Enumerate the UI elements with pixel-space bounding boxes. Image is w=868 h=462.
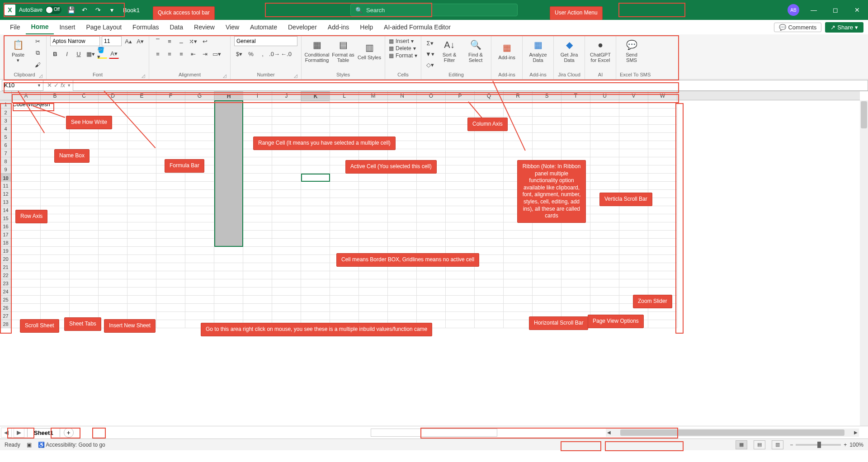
row-header[interactable]: 25	[0, 296, 11, 304]
cell[interactable]	[475, 279, 504, 288]
cell[interactable]	[533, 141, 561, 149]
cell[interactable]	[619, 133, 648, 141]
cell[interactable]	[561, 133, 590, 141]
align-bottom-icon[interactable]: ⎽	[176, 36, 186, 46]
column-header[interactable]: D	[99, 91, 127, 100]
cell[interactable]	[475, 239, 504, 247]
cell[interactable]	[301, 296, 330, 304]
column-header[interactable]: P	[446, 91, 475, 100]
cell[interactable]	[99, 288, 127, 296]
cell[interactable]	[590, 149, 619, 157]
cell[interactable]	[359, 296, 388, 304]
cell[interactable]	[301, 125, 330, 133]
cell[interactable]	[446, 149, 475, 157]
cell[interactable]	[41, 288, 70, 296]
cell[interactable]	[41, 271, 70, 279]
tab-review[interactable]: Review	[189, 20, 220, 34]
cell[interactable]	[99, 271, 127, 279]
cell[interactable]	[301, 149, 330, 157]
cell[interactable]	[127, 288, 156, 296]
column-header[interactable]: S	[533, 91, 561, 100]
cell[interactable]	[590, 133, 619, 141]
cell[interactable]	[388, 206, 417, 214]
column-header[interactable]: R	[504, 91, 533, 100]
cell[interactable]	[446, 182, 475, 190]
cell[interactable]	[590, 304, 619, 312]
cell[interactable]	[330, 182, 359, 190]
italic-button[interactable]: I	[62, 49, 72, 59]
cell[interactable]	[388, 149, 417, 157]
cell[interactable]	[648, 206, 677, 214]
cell[interactable]	[70, 182, 99, 190]
cell[interactable]	[127, 190, 156, 198]
cell[interactable]	[388, 190, 417, 198]
cell[interactable]	[12, 174, 41, 182]
row-header[interactable]: 23	[0, 279, 11, 288]
cell[interactable]	[12, 296, 41, 304]
copy-icon[interactable]: ⧉	[33, 48, 42, 58]
tab-formulas[interactable]: Formulas	[127, 20, 164, 34]
cell[interactable]	[127, 231, 156, 239]
cell[interactable]	[301, 271, 330, 279]
cell[interactable]	[185, 125, 214, 133]
cell[interactable]	[301, 239, 330, 247]
cell[interactable]	[533, 149, 561, 157]
cell[interactable]	[533, 108, 561, 117]
cell[interactable]	[214, 304, 243, 312]
cell[interactable]	[533, 222, 561, 231]
cell[interactable]	[156, 288, 185, 296]
cell[interactable]	[127, 100, 156, 108]
cell[interactable]	[417, 125, 446, 133]
cell[interactable]	[590, 239, 619, 247]
cell[interactable]	[156, 214, 185, 222]
cell[interactable]	[12, 108, 41, 117]
cell[interactable]	[99, 247, 127, 255]
column-header[interactable]: W	[648, 91, 677, 100]
increase-font-icon[interactable]: A▴	[123, 36, 133, 46]
cell[interactable]	[70, 174, 99, 182]
row-header[interactable]: 20	[0, 255, 11, 263]
cell[interactable]	[648, 141, 677, 149]
cell[interactable]	[417, 198, 446, 206]
cell[interactable]	[648, 222, 677, 231]
cell[interactable]	[272, 304, 301, 312]
paste-button[interactable]: 📋Paste▾	[6, 36, 30, 65]
cell[interactable]	[359, 312, 388, 320]
column-header[interactable]: O	[417, 91, 446, 100]
cell[interactable]	[330, 271, 359, 279]
cell[interactable]	[504, 263, 533, 271]
cell[interactable]	[272, 182, 301, 190]
search-input[interactable]: 🔍 Search	[350, 4, 518, 16]
comments-button[interactable]: 💬 Comments	[774, 23, 821, 32]
select-all-corner[interactable]	[0, 91, 12, 100]
cell[interactable]	[272, 263, 301, 271]
cell[interactable]	[388, 288, 417, 296]
cell[interactable]	[185, 149, 214, 157]
scroll-right-icon[interactable]: ▶	[853, 430, 859, 435]
cell[interactable]	[156, 239, 185, 247]
cell[interactable]	[127, 182, 156, 190]
cell[interactable]	[648, 279, 677, 288]
cell[interactable]	[185, 117, 214, 125]
cell[interactable]	[301, 182, 330, 190]
cell[interactable]	[99, 279, 127, 288]
align-top-icon[interactable]: ⎺	[153, 36, 163, 46]
row-header[interactable]: 3	[0, 117, 11, 125]
cell[interactable]	[533, 117, 561, 125]
cell[interactable]	[619, 141, 648, 149]
cell[interactable]	[590, 141, 619, 149]
cell[interactable]	[127, 247, 156, 255]
cell[interactable]	[41, 231, 70, 239]
cell[interactable]	[272, 206, 301, 214]
decrease-font-icon[interactable]: A▾	[135, 36, 145, 46]
cell[interactable]	[185, 182, 214, 190]
cell[interactable]	[99, 263, 127, 271]
cell[interactable]	[214, 255, 243, 263]
cell[interactable]	[185, 100, 214, 108]
font-name-select[interactable]	[50, 36, 100, 46]
cell[interactable]	[504, 271, 533, 279]
cell[interactable]	[156, 125, 185, 133]
cell[interactable]	[70, 279, 99, 288]
cell[interactable]	[99, 222, 127, 231]
cell[interactable]	[12, 304, 41, 312]
